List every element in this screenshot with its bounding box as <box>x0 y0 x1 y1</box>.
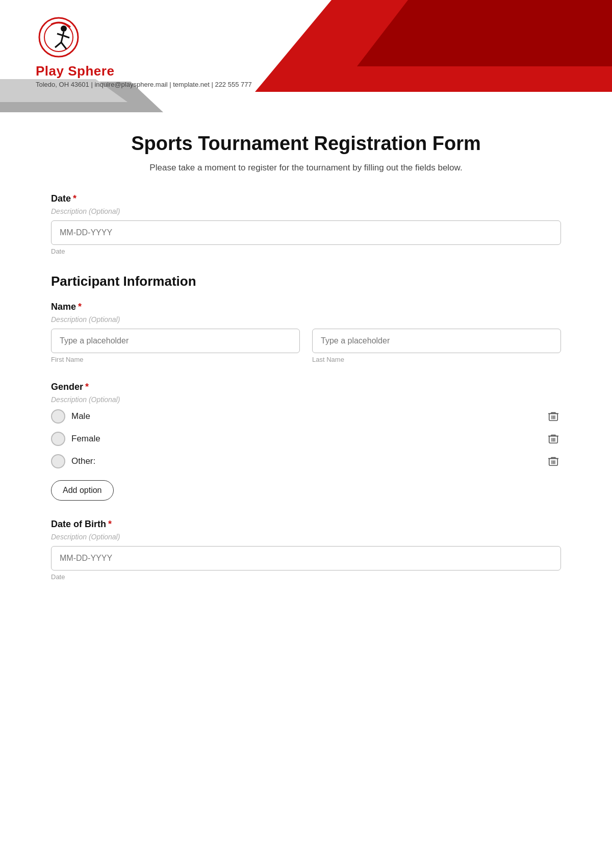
date-label: Date* <box>51 193 561 204</box>
radio-label-other: Other: <box>71 456 95 466</box>
first-name-note: First Name <box>51 356 300 363</box>
add-option-button[interactable]: Add option <box>51 480 114 501</box>
svg-point-0 <box>39 18 78 57</box>
svg-line-3 <box>61 32 64 42</box>
date-input[interactable] <box>51 220 561 245</box>
radio-circle-male[interactable] <box>51 409 65 424</box>
gender-option-other: Other: <box>51 454 561 469</box>
last-name-note: Last Name <box>312 356 561 363</box>
delete-other-button[interactable] <box>546 454 561 469</box>
dob-label: Date of Birth* <box>51 519 561 530</box>
gender-option-female: Female <box>51 431 561 447</box>
date-field-group: Date* Description (Optional) Date <box>51 193 561 255</box>
name-row: First Name Last Name <box>51 329 561 363</box>
header: Play Sphere Toledo, OH 43601 | inquire@p… <box>0 0 612 112</box>
delete-male-button[interactable] <box>546 409 561 424</box>
participant-section-title: Participant Information <box>51 274 561 289</box>
delete-female-button[interactable] <box>546 431 561 447</box>
name-description: Description (Optional) <box>51 315 561 324</box>
svg-line-7 <box>64 36 69 38</box>
gender-description: Description (Optional) <box>51 395 561 404</box>
gender-label: Gender* <box>51 382 561 392</box>
radio-label-male: Male <box>71 411 90 421</box>
dob-note: Date <box>51 573 561 581</box>
svg-line-4 <box>55 42 61 47</box>
svg-point-2 <box>61 26 67 32</box>
first-name-field: First Name <box>51 329 300 363</box>
radio-circle-other[interactable] <box>51 454 65 468</box>
form-subtitle: Please take a moment to register for the… <box>51 163 561 173</box>
logo-area: Play Sphere Toledo, OH 43601 | inquire@p… <box>36 14 252 88</box>
first-name-input[interactable] <box>51 329 300 353</box>
svg-line-5 <box>61 42 66 49</box>
last-name-input[interactable] <box>312 329 561 353</box>
name-label: Name* <box>51 302 561 312</box>
date-note: Date <box>51 247 561 255</box>
brand-name: Play Sphere <box>36 63 114 79</box>
radio-label-female: Female <box>71 434 100 444</box>
radio-circle-female[interactable] <box>51 432 65 446</box>
gender-field-group: Gender* Description (Optional) Male <box>51 382 561 501</box>
main-content: Sports Tournament Registration Form Plea… <box>0 112 612 630</box>
dob-input[interactable] <box>51 546 561 571</box>
logo-icon <box>36 14 82 60</box>
brand-address: Toledo, OH 43601 | inquire@playsphere.ma… <box>36 81 252 88</box>
gender-option-male: Male <box>51 409 561 424</box>
name-field-group: Name* Description (Optional) First Name … <box>51 302 561 363</box>
form-title: Sports Tournament Registration Form <box>51 133 561 155</box>
last-name-field: Last Name <box>312 329 561 363</box>
dob-field-group: Date of Birth* Description (Optional) Da… <box>51 519 561 581</box>
dob-description: Description (Optional) <box>51 533 561 541</box>
date-description: Description (Optional) <box>51 207 561 215</box>
